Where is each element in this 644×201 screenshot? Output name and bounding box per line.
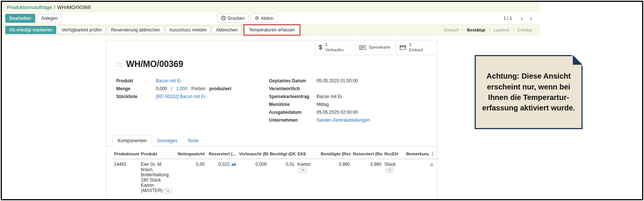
forecast-chart-icon[interactable] [231, 162, 236, 167]
column-nettogewicht[interactable]: Nettogewicht (g) [176, 148, 206, 159]
pager-count: 1 / 1 [504, 16, 512, 21]
ausgabedatum-value: 05.05.2025 02:00:00 [317, 110, 358, 116]
action-button[interactable]: ⚙ Aktion [251, 13, 278, 23]
field-groups: Produkt Bacon mit Ei Menge 0,000 / 1,000… [116, 78, 427, 125]
status-erledigt[interactable]: Erledigt [514, 28, 535, 32]
tab-komponenten[interactable]: Komponenten [112, 135, 152, 146]
einkauf-smart-button[interactable]: 1 Einkauf [396, 40, 437, 55]
column-rezeh[interactable]: RezEH [383, 148, 405, 159]
form-sheet: $ 1 Verkaufen [106, 40, 437, 200]
column-reserviert[interactable]: Reserviert (... [206, 148, 238, 159]
action-bar: Als erledigt markieren Verfügbarkeit prü… [2, 24, 540, 36]
tab-texte[interactable]: Texte [182, 135, 203, 146]
field-unternehmen: Unternehmen Sander-Zentralabteilungen [269, 118, 427, 124]
field-verantwortlich: Verantwortlich [269, 86, 427, 92]
app-bars: Produktionsaufträge / WH/MO/00369 Bearbe… [2, 2, 540, 36]
favorite-star-icon[interactable]: ☆ [115, 60, 123, 68]
verkaufen-label: Verkaufen [325, 48, 344, 53]
table-row[interactable]: 14492 Eier Gr. M, braun, Bodenhaltung 18… [112, 159, 438, 196]
cell-verbraucht: 0,000 [238, 159, 268, 196]
column-produktnummer[interactable]: Produktnumm... [112, 148, 139, 159]
internal-link-button[interactable]: » [164, 189, 172, 194]
field-menuelinie: Menülinie Mittag [269, 102, 427, 108]
produkt-label: Produkt [116, 78, 156, 84]
mark-done-button[interactable]: Als erledigt markieren [5, 26, 56, 34]
column-verbraucht[interactable]: Verbraucht (BE) [238, 148, 268, 159]
column-benoetigt-eke[interactable]: Benötigt (EKE) [268, 148, 296, 159]
control-bar: Bearbeiten Anlegen Drucken ⚙ Aktion [2, 12, 540, 24]
breadcrumb: Produktionsaufträge / WH/MO/00369 [2, 2, 540, 12]
column-eke[interactable]: EKE [296, 148, 319, 159]
table-header-row: Produktnumm... Produkt Nettogewicht (g) … [112, 148, 438, 159]
menge-uom: Portion [191, 86, 205, 91]
cell-benoetigte-rez: 3,960 [319, 159, 351, 196]
field-speisekarteeintrag: Speisekarteeintrag Bacon mit Ei [269, 94, 427, 100]
status-bestaetigt[interactable]: Bestätigt [463, 28, 489, 32]
menge-value: 0,000 / 1,000 Portion produziert [156, 86, 234, 92]
temperatures-highlight-box: Temperaturen erfassen [244, 24, 300, 36]
screenshot-frame: Produktionsaufträge / WH/MO/00369 Bearbe… [1, 1, 643, 200]
field-column-right: Geplantes Datum 05.05.2025 01:00:00 Vera… [269, 78, 427, 125]
einkauf-count: 1 [409, 42, 423, 48]
annotation-callout: Achtung: Diese Ansicht erscheint nur, we… [475, 55, 583, 129]
printer-icon [221, 16, 226, 21]
breadcrumb-current: WH/MO/00369 [57, 4, 91, 10]
column-produkt[interactable]: Produkt [139, 148, 176, 159]
internal-link-button[interactable]: » [299, 168, 307, 173]
ausgabedatum-label: Ausgabedatum [269, 110, 317, 116]
create-button[interactable]: Anlegen [37, 14, 62, 23]
cell-produkt: Eier Gr. M, braun, Bodenhaltung 180 Stüc… [139, 159, 176, 196]
internal-link-button[interactable]: » [386, 168, 394, 173]
produkt-value-link[interactable]: Bacon mit Ei [156, 78, 181, 84]
dots-vertical-icon: ⋮ [430, 151, 435, 156]
verantwortlich-label: Verantwortlich [269, 86, 317, 92]
row-details-icon[interactable]: ≡ [430, 161, 433, 168]
smart-buttons: $ 1 Verkaufen [315, 40, 437, 55]
temperatures-button[interactable]: Temperaturen erfassen [245, 26, 299, 34]
verkaufen-count: 1 [325, 42, 344, 48]
rezeh-value: Stück [384, 162, 396, 167]
menuelinie-value: Mittag [317, 102, 329, 108]
action-button-label: Aktion [261, 16, 273, 21]
print-action-group: Drucken ⚙ Aktion [217, 13, 279, 23]
unternehmen-value-link[interactable]: Sander-Zentralabteilungen [317, 118, 370, 124]
status-entwurf[interactable]: Entwurf [441, 28, 462, 32]
pager-previous-button[interactable]: ‹ [517, 15, 526, 22]
field-produkt: Produkt Bacon mit Ei [116, 78, 269, 84]
cancel-button[interactable]: Abbrechen [212, 26, 241, 34]
edit-button[interactable]: Bearbeiten [5, 14, 35, 23]
breadcrumb-parent-link[interactable]: Produktionsaufträge [7, 4, 52, 10]
menu-card-icon [359, 45, 366, 50]
reserviert-value: 0,022 [218, 162, 230, 167]
speisekarte-label: Speisekarte [369, 45, 390, 50]
dollar-icon: $ [319, 44, 322, 51]
column-options-button[interactable]: ⋮ [429, 148, 438, 159]
unreserve-button[interactable]: Reservierung abbrechen [107, 26, 164, 34]
cell-eke: Karton» [296, 159, 319, 196]
check-availability-button[interactable]: Verfügbarkeit prüfen [58, 26, 106, 34]
gear-icon: ⚙ [255, 15, 259, 21]
print-button[interactable]: Drucken [217, 13, 249, 23]
print-button-label: Drucken [228, 16, 245, 21]
pager-next-button[interactable]: › [526, 15, 535, 22]
column-benoetigte-rez[interactable]: Benötigte (Rez... [319, 148, 351, 159]
cell-nettogewicht: 0,00 [176, 159, 206, 196]
stueckliste-value-link[interactable]: [RE-00332] Bacon mit Ei [156, 94, 205, 100]
verkaufen-smart-button[interactable]: $ 1 Verkaufen [315, 40, 356, 55]
credit-card-icon [400, 45, 406, 50]
status-laufend[interactable]: Laufend [490, 28, 513, 32]
speisekarte-smart-button[interactable]: Speisekarte [356, 40, 396, 55]
record-title: WH/MO/00369 [126, 59, 183, 69]
einkauf-label: Einkauf [409, 48, 423, 53]
cell-row-details: ≡ [429, 159, 438, 196]
scrap-button[interactable]: Ausschuss melden [166, 26, 211, 34]
menge-separator: / [171, 86, 172, 91]
column-bemerkung[interactable]: Bemerkung [405, 148, 429, 159]
tab-sonstiges[interactable]: Sonstiges [152, 135, 182, 146]
cell-benoetigt-eke: 0,01 [268, 159, 296, 196]
breadcrumb-separator: / [54, 4, 55, 10]
column-reserviert-rez[interactable]: Reserviert (Rez... [351, 148, 383, 159]
menge-planned-link[interactable]: 1,000 [176, 86, 187, 91]
field-ausgabedatum: Ausgabedatum 05.05.2025 02:00:00 [269, 110, 427, 116]
callout-fold-icon [573, 55, 583, 65]
